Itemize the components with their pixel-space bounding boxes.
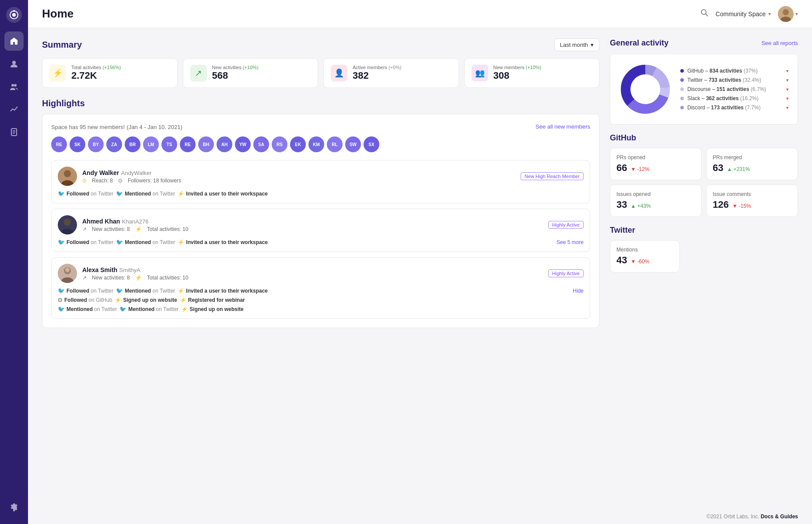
member-meta-andy: ⊙ Reach: 8 ⊙ Followers: 18 followers bbox=[82, 178, 515, 184]
avatar-BY[interactable]: BY bbox=[88, 136, 104, 152]
summary-header: Summary Last month ▾ bbox=[42, 38, 599, 51]
svg-point-10 bbox=[701, 10, 706, 14]
member-info-alexa: Alexa Smith SmithyA ↗ New activities: 8 … bbox=[82, 266, 543, 281]
github-card-issue-comments: Issue comments 126 ▼ -15% bbox=[706, 185, 798, 217]
avatar-SA[interactable]: SA bbox=[253, 136, 269, 152]
discourse-dot bbox=[680, 87, 684, 91]
avatar-EK[interactable]: EK bbox=[290, 136, 306, 152]
new-activities-icon-alexa: ↗ bbox=[82, 275, 87, 281]
sidebar-item-settings[interactable] bbox=[4, 498, 24, 517]
search-icon[interactable] bbox=[700, 8, 709, 19]
prs-merged-change: ▲ +231% bbox=[727, 166, 750, 172]
avatar-SK[interactable]: SK bbox=[70, 136, 85, 152]
svg-line-11 bbox=[706, 14, 708, 16]
footer: ©2021 Orbit Labs, Inc. Docs & Guides bbox=[28, 509, 812, 524]
new-activities-label: New activities (+10%) bbox=[212, 65, 311, 70]
sidebar bbox=[0, 0, 28, 524]
slack-expand-icon[interactable]: ▾ bbox=[786, 96, 789, 101]
date-filter-label: Last month bbox=[560, 42, 588, 48]
issues-opened-value: 33 bbox=[616, 199, 627, 210]
new-members-label: New members (+10%) bbox=[494, 65, 592, 70]
bolt-icon-alexa: ⚡ bbox=[135, 275, 142, 281]
sidebar-item-home[interactable] bbox=[4, 31, 24, 51]
summary-title: Summary bbox=[42, 40, 82, 50]
active-members-info: Active members (+0%) 382 bbox=[353, 65, 452, 81]
see-all-new-members-link[interactable]: See all new members bbox=[536, 123, 590, 130]
avatar-YW[interactable]: YW bbox=[235, 136, 251, 152]
down-arrow-icon: ▼ bbox=[630, 166, 636, 172]
member-badge-ahmed: Highly Active bbox=[548, 221, 584, 229]
member-card-alexa-smith: Alexa Smith SmithyA ↗ New activities: 8 … bbox=[51, 257, 590, 319]
member-info-andy: Andy Walker AndyWalker ⊙ Reach: 8 ⊙ Foll… bbox=[82, 169, 515, 184]
twitter-dot bbox=[680, 78, 684, 82]
github-expand-icon[interactable]: ▾ bbox=[786, 68, 789, 74]
left-column: Summary Last month ▾ ⚡ Total activities … bbox=[42, 38, 599, 499]
discord-dot bbox=[680, 106, 684, 109]
avatar[interactable] bbox=[778, 6, 794, 22]
svg-point-4 bbox=[11, 84, 14, 87]
activity-signed-up-alexa: ⚡ Signed up on website bbox=[115, 297, 177, 303]
github-grid: PRs opened 66 ▼ -12% PRs merged 63 ▲ +23… bbox=[610, 148, 798, 217]
member-header-ahmed: Ahmed Khan KhanA276 ↗ New activities: 8 … bbox=[58, 215, 584, 234]
avatar-AH[interactable]: AH bbox=[217, 136, 232, 152]
member-badge-andy: New High Reach Member bbox=[521, 172, 584, 180]
avatar-RE2[interactable]: RE bbox=[180, 136, 196, 152]
activity-followed-twitter-andy: 🐦 Followed on Twitter bbox=[58, 190, 113, 197]
prs-opened-label: PRs opened bbox=[616, 154, 695, 161]
twitter-mentions-row: 43 ▼ -60% bbox=[616, 255, 673, 266]
date-filter[interactable]: Last month ▾ bbox=[554, 38, 599, 51]
discord-expand-icon[interactable]: ▾ bbox=[786, 105, 789, 111]
twitter-icon: 🐦 bbox=[58, 287, 65, 294]
activity-followed-label: Followed on Twitter bbox=[66, 191, 113, 197]
member-activities-alexa-row2: ⊙ Followed on GitHub ⚡ Signed up on webs… bbox=[58, 297, 584, 303]
twitter-expand-icon[interactable]: ▾ bbox=[786, 77, 789, 83]
github-section-title: GitHub bbox=[610, 133, 798, 143]
svg-point-1 bbox=[12, 13, 16, 17]
issue-comments-value: 126 bbox=[713, 199, 729, 210]
member-activities-ahmed: 🐦 Followed on Twitter 🐦 Mentioned on Twi… bbox=[58, 239, 584, 245]
avatar-KM[interactable]: KM bbox=[308, 136, 324, 152]
right-column: General activity See all reports bbox=[610, 38, 798, 499]
see-more-ahmed[interactable]: See 5 more bbox=[556, 239, 584, 245]
twitter-icon: 🐦 bbox=[116, 239, 123, 245]
discourse-expand-icon[interactable]: ▾ bbox=[786, 87, 789, 92]
sidebar-item-reports[interactable] bbox=[4, 122, 24, 142]
slack-dot bbox=[680, 97, 684, 100]
copyright: ©2021 Orbit Labs, Inc. bbox=[707, 514, 759, 520]
bolt-icon: ⚡ bbox=[180, 297, 186, 303]
avatar-ZA[interactable]: ZA bbox=[106, 136, 122, 152]
member-name-alexa: Alexa Smith bbox=[82, 266, 117, 273]
avatar-TS[interactable]: TS bbox=[161, 136, 177, 152]
svg-point-24 bbox=[65, 268, 70, 272]
activity-invited-andy: ⚡ Invited a user to their workspace bbox=[178, 191, 268, 197]
workspace-selector[interactable]: Community Space ▾ bbox=[716, 10, 771, 17]
avatar-RS[interactable]: RS bbox=[272, 136, 287, 152]
hide-link-alexa[interactable]: Hide bbox=[573, 288, 584, 294]
avatar-RL[interactable]: RL bbox=[327, 136, 343, 152]
bolt-icon: ⚡ bbox=[178, 239, 184, 245]
avatar-BH[interactable]: BH bbox=[198, 136, 214, 152]
avatar-SX[interactable]: SX bbox=[364, 136, 379, 152]
page-title: Home bbox=[42, 7, 700, 21]
member-activities-andy: 🐦 Followed on Twitter 🐦 Mentioned on Twi… bbox=[58, 190, 584, 197]
avatar-RE[interactable]: RE bbox=[51, 136, 67, 152]
twitter-icon: 🐦 bbox=[58, 190, 65, 197]
avatar-LM[interactable]: LM bbox=[143, 136, 159, 152]
card-new-members: 👥 New members (+10%) 308 bbox=[464, 58, 600, 88]
prs-opened-change: ▼ -12% bbox=[630, 166, 649, 172]
avatar-arrow-icon: ▾ bbox=[795, 11, 798, 17]
general-activity-header: General activity See all reports bbox=[610, 38, 798, 48]
sidebar-item-people[interactable] bbox=[4, 77, 24, 96]
activity-mentioned-label: Mentioned on Twitter bbox=[125, 191, 175, 197]
sidebar-item-analytics[interactable] bbox=[4, 100, 24, 119]
avatar-BR[interactable]: BR bbox=[125, 136, 140, 152]
highlights-title: Highlights bbox=[42, 98, 599, 108]
avatar-SW[interactable]: SW bbox=[345, 136, 361, 152]
sidebar-logo[interactable] bbox=[6, 7, 22, 23]
sidebar-item-members[interactable] bbox=[4, 54, 24, 73]
twitter-icon: 🐦 bbox=[58, 306, 65, 312]
new-members-info: New members (+10%) 308 bbox=[494, 65, 592, 81]
see-all-reports-link[interactable]: See all reports bbox=[761, 40, 798, 46]
docs-guides-link[interactable]: Docs & Guides bbox=[761, 514, 798, 520]
member-name-andy: Andy Walker bbox=[82, 169, 119, 176]
